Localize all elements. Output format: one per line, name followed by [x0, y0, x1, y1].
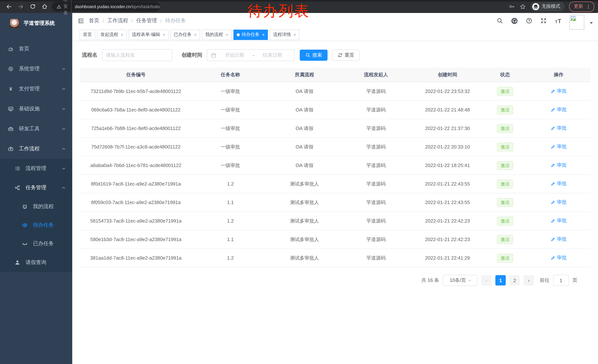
browser-forward-icon[interactable] — [16, 2, 25, 11]
table-row: 58154733-7ac8-11ec-a9e2-a2380e71991a 1.2… — [80, 212, 590, 230]
status-badge: 激活 — [497, 198, 513, 207]
goto-unit-label: 页 — [573, 277, 577, 284]
status-badge: 激活 — [497, 217, 513, 225]
sidebar-item-2[interactable]: ¥ 支付管理 — [0, 79, 72, 99]
tab-3[interactable]: 已办任务 × — [170, 29, 200, 40]
sidebar-item-1[interactable]: 系统管理 — [0, 59, 72, 79]
prev-page-button[interactable]: ‹ — [481, 275, 492, 285]
breadcrumb-separator: / — [160, 18, 162, 24]
cell-task-id: 580e1b3d-7ac8-11ec-a9e2-a2380e71991a — [80, 230, 192, 249]
approve-link[interactable]: 审批 — [551, 106, 567, 113]
tab-close-icon[interactable]: × — [121, 32, 123, 37]
sidebar-item-11[interactable]: 请假查询 — [0, 253, 72, 272]
kebab-menu-icon[interactable] — [586, 4, 591, 9]
sidebar-item-label: 基础设施 — [19, 105, 40, 112]
sidebar-item-label: 我的流程 — [33, 203, 54, 210]
address-bar[interactable]: 不安全 dashboard.yudao.iocoder.cn/bpm/task/… — [52, 2, 160, 11]
chrome-update-button[interactable]: 更新 — [569, 1, 594, 12]
process-name-input[interactable]: 请输入流程名 — [102, 49, 172, 61]
approve-link[interactable]: 审批 — [551, 88, 567, 95]
help-icon[interactable] — [526, 17, 532, 24]
pencil-icon — [551, 237, 556, 242]
fullscreen-icon[interactable] — [540, 17, 547, 24]
chevron-down-icon — [61, 106, 66, 112]
tab-close-icon[interactable]: × — [194, 32, 197, 37]
sidebar-item-4[interactable]: 研发工具 — [0, 119, 72, 139]
breadcrumb-item[interactable]: 任务管理 — [136, 17, 157, 24]
breadcrumb-item[interactable]: 工作流程 — [108, 17, 128, 24]
table-row: 069c6a63-7b8a-11ec-8ef0-acde48001122 一级审… — [80, 101, 590, 119]
tab-1[interactable]: 发起流程 × — [97, 29, 127, 40]
cell-created: 2022-01-21 22:42:23 — [412, 212, 483, 230]
monitor-icon — [8, 106, 14, 112]
browser-home-icon[interactable] — [40, 2, 49, 11]
sidebar-item-label: 流程管理 — [25, 165, 46, 172]
tree-icon — [15, 185, 20, 191]
github-icon[interactable] — [511, 17, 518, 24]
cell-task-name: 一级审批 — [192, 82, 269, 101]
approve-link[interactable]: 审批 — [551, 218, 567, 224]
key-icon[interactable] — [509, 3, 515, 10]
sidebar-item-9[interactable]: 待办任务 — [0, 216, 72, 235]
pencil-icon — [551, 181, 556, 186]
page-button-2[interactable]: 2 — [509, 275, 520, 285]
search-icon[interactable] — [497, 17, 503, 24]
approve-link[interactable]: 审批 — [551, 144, 567, 150]
pencil-icon — [551, 145, 556, 149]
sidebar-item-7[interactable]: 任务管理 — [0, 178, 72, 197]
tab-close-icon[interactable]: × — [226, 32, 228, 37]
approve-link[interactable]: 审批 — [551, 199, 567, 206]
pencil-icon — [551, 163, 556, 168]
sidebar-item-5[interactable]: 工作流程 — [0, 139, 72, 159]
table-row: 8f0d1619-7ac8-11ec-a9e2-a2380e71991a 1.2… — [80, 175, 590, 193]
sidebar-item-0[interactable]: 首页 — [0, 39, 72, 59]
next-page-button[interactable]: › — [523, 275, 534, 285]
chevron-down-icon[interactable] — [589, 21, 594, 25]
svg-text:T: T — [558, 18, 561, 24]
sidebar-item-3[interactable]: 基础设施 — [0, 99, 72, 119]
cell-task-id: a6aba0a4-7b6d-11ec-b781-acde48001122 — [80, 156, 192, 175]
status-badge: 激活 — [497, 142, 513, 151]
cell-task-name: 一级审批 — [192, 156, 269, 175]
tab-5[interactable]: 待办任务 × — [233, 29, 268, 40]
approve-link[interactable]: 审批 — [551, 125, 567, 132]
approve-link[interactable]: 审批 — [551, 236, 567, 243]
tab-close-icon[interactable]: × — [293, 32, 296, 37]
bookmark-star-icon[interactable] — [519, 3, 526, 10]
tab-2[interactable]: 流程表单-编辑 × — [129, 29, 169, 40]
sidebar-item-6[interactable]: 流程管理 — [0, 159, 72, 178]
sidebar-item-label: 系统管理 — [19, 65, 40, 72]
breadcrumb-item[interactable]: 首页 — [89, 17, 99, 24]
cell-task-name: 1.1 — [192, 193, 269, 212]
goto-page-input[interactable]: 1 — [553, 275, 569, 286]
approve-link[interactable]: 审批 — [551, 162, 567, 169]
cell-task-name: 1.1 — [192, 230, 269, 249]
sidebar-item-10[interactable]: 已办任务 — [0, 235, 72, 253]
search-button[interactable]: 搜索 — [300, 50, 328, 61]
column-header: 流程发起人 — [340, 68, 412, 82]
page-size-select[interactable]: 10条/页 ▾ — [443, 275, 478, 286]
font-size-icon[interactable]: TT — [555, 17, 562, 24]
sidebar-collapse-icon[interactable] — [72, 17, 89, 24]
browser-reload-icon[interactable] — [28, 2, 37, 11]
tab-6[interactable]: 流程详情 × — [270, 29, 299, 40]
total-count: 共 16 条 — [422, 277, 439, 284]
date-range-picker[interactable]: 开始日期 - 结束日期 — [207, 49, 295, 61]
avatar[interactable] — [569, 15, 584, 30]
page-content: 流程名 请输入流程名 创建时间 开始日期 - 结束日期 搜索 — [72, 41, 598, 364]
sidebar-item-8[interactable]: 我的流程 — [0, 197, 72, 216]
reset-button[interactable]: 重置 — [332, 50, 360, 61]
tab-close-icon[interactable]: × — [262, 32, 265, 37]
tab-0[interactable]: 首页 — [80, 29, 95, 40]
sidebar-logo[interactable]: 芋道管理系统 — [0, 13, 72, 34]
cell-task-id: 73211d9d-7b9b-11ec-b5b7-acde48001122 — [80, 82, 192, 101]
table-row: 8f059c03-7ac8-11ec-a9e2-a2380e71991a 1.1… — [80, 193, 590, 212]
approve-link[interactable]: 审批 — [551, 255, 567, 261]
browser-back-icon[interactable] — [4, 2, 13, 11]
tab-4[interactable]: 我的流程 × — [202, 29, 232, 40]
page-button-1[interactable]: 1 — [495, 275, 506, 285]
breadcrumb-separator: / — [103, 18, 104, 24]
tab-close-icon[interactable]: × — [163, 32, 165, 37]
approve-link[interactable]: 审批 — [551, 180, 567, 187]
person-icon — [15, 259, 20, 266]
